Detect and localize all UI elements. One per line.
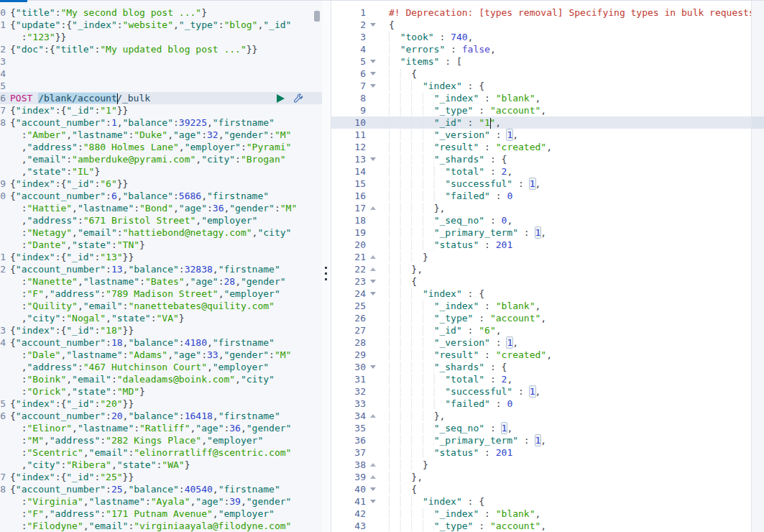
request-line: :"Nanette","lastname":"Bates","age":28,"… bbox=[0, 275, 322, 288]
code-text: POST /blank/account/_bulk bbox=[10, 92, 150, 104]
fold-end-icon[interactable] bbox=[370, 267, 376, 271]
code-text: { bbox=[389, 19, 395, 31]
response-line: 10 "_id" : "1", bbox=[331, 116, 764, 129]
response-line: 28 "_version" : 1, bbox=[331, 336, 764, 349]
line-number: 18 bbox=[331, 214, 366, 226]
request-line: :"Hattie","lastname":"Bond","age":36,"ge… bbox=[0, 202, 322, 214]
code-text: "total" : 2, bbox=[389, 373, 512, 385]
line-number: 36 bbox=[331, 434, 366, 446]
code-text: "_type" : "account", bbox=[389, 312, 546, 324]
request-line: 4 bbox=[0, 68, 322, 80]
request-line: 0{"account_number":6,"balance":5686,"fir… bbox=[0, 190, 322, 202]
line-number: 16 bbox=[331, 190, 366, 202]
code-text: {"title":"My second blog post ..."} bbox=[10, 6, 207, 19]
response-line: 4 "errors" : false, bbox=[331, 43, 764, 55]
line-number: 32 bbox=[331, 385, 366, 398]
response-line: 29 "result" : "created", bbox=[331, 349, 764, 361]
fold-open-icon[interactable] bbox=[370, 23, 376, 27]
line-number: 35 bbox=[331, 422, 366, 434]
fold-end-icon[interactable] bbox=[370, 414, 376, 418]
fold-end-icon[interactable] bbox=[370, 255, 376, 259]
request-line: ,"address":"671 Bristol Street","employe… bbox=[0, 214, 322, 226]
code-text: "_index" : "blank", bbox=[389, 508, 540, 520]
code-text: }, bbox=[389, 202, 445, 214]
request-editor[interactable]: 0{"title":"My second blog post ..."}1{"u… bbox=[0, 1, 322, 532]
request-line: 3 bbox=[0, 55, 322, 68]
code-text: {"update":{"_index":"website","_type":"b… bbox=[10, 19, 291, 31]
line-number bbox=[0, 275, 6, 288]
response-line: 41 "index" : { bbox=[331, 495, 764, 508]
line-number bbox=[0, 141, 6, 153]
response-line: 14 "total" : 2, bbox=[331, 165, 764, 178]
response-line: 35 "_seq_no" : 1, bbox=[331, 422, 764, 434]
line-number bbox=[0, 129, 6, 141]
code-text: "result" : "created", bbox=[389, 141, 552, 153]
request-line: :"Dante","state":"TN"} bbox=[0, 239, 322, 251]
code-text: }, bbox=[389, 471, 423, 483]
line-number bbox=[0, 520, 6, 532]
line-number: 31 bbox=[331, 373, 366, 385]
code-text: { bbox=[389, 483, 417, 495]
request-line: 2{"doc":{"title":"My updated blog post .… bbox=[0, 43, 322, 55]
fold-open-icon[interactable] bbox=[370, 84, 376, 88]
fold-open-icon[interactable] bbox=[370, 72, 376, 75]
request-line: :"Virginia","lastname":"Ayala","age":39,… bbox=[0, 495, 322, 508]
fold-open-icon[interactable] bbox=[370, 60, 376, 63]
line-number bbox=[0, 508, 6, 520]
line-number bbox=[0, 349, 6, 361]
line-number: 8 bbox=[0, 483, 6, 495]
run-request-button[interactable] bbox=[277, 94, 285, 103]
request-line: 1{"update":{"_index":"website","_type":"… bbox=[0, 19, 322, 31]
line-number: 9 bbox=[331, 104, 366, 116]
fold-end-icon[interactable] bbox=[370, 206, 376, 210]
code-text: :"Scentric","email":"elinorratliff@scent… bbox=[10, 446, 291, 459]
line-number bbox=[0, 31, 6, 43]
code-text: "failed" : 0 bbox=[389, 190, 512, 202]
request-options-button[interactable] bbox=[293, 93, 303, 104]
request-line: :"Netagy","email":"hattiebond@netagy.com… bbox=[0, 226, 322, 239]
fold-open-icon[interactable] bbox=[370, 500, 376, 503]
request-line: 4{"account_number":18,"balance":4180,"fi… bbox=[0, 336, 322, 349]
response-editor[interactable]: 1#! Deprecation: [types removal] Specify… bbox=[331, 1, 764, 532]
fold-open-icon[interactable] bbox=[370, 157, 376, 161]
fold-end-icon[interactable] bbox=[370, 475, 376, 479]
response-scrollbar-track[interactable] bbox=[751, 1, 764, 532]
response-line: 43 "_type" : "account", bbox=[331, 520, 764, 532]
fold-open-icon[interactable] bbox=[370, 365, 376, 369]
code-text: :"Orick","state":"MD"} bbox=[10, 385, 145, 398]
code-text: :"Amber","lastname":"Duke","age":32,"gen… bbox=[10, 129, 291, 141]
line-number: 25 bbox=[331, 300, 366, 312]
fold-open-icon[interactable] bbox=[370, 487, 376, 491]
code-text: "_id" : "1", bbox=[389, 116, 501, 129]
line-number: 30 bbox=[331, 361, 366, 373]
line-number bbox=[0, 446, 6, 459]
code-text: "_shards" : { bbox=[389, 361, 507, 373]
response-line: 30 "_shards" : { bbox=[331, 361, 764, 373]
response-line: 12 "result" : "created", bbox=[331, 141, 764, 153]
code-text: ,"address":"467 Hutchinson Court","emplo… bbox=[10, 361, 269, 373]
line-number: 8 bbox=[0, 116, 6, 129]
line-number: 40 bbox=[331, 483, 366, 495]
request-line: 3{"index":{"_id":"18"}} bbox=[0, 324, 322, 336]
divider-drag-handle[interactable] bbox=[325, 267, 328, 283]
code-text: {"index":{"_id":"25"}} bbox=[10, 471, 134, 483]
code-text: "_type" : "account", bbox=[389, 520, 546, 532]
request-line: ,"email":"amberduke@pyrami.com","city":"… bbox=[0, 153, 322, 165]
request-scrollbar-thumb[interactable] bbox=[314, 11, 320, 22]
line-number bbox=[0, 385, 6, 398]
line-number bbox=[0, 165, 6, 178]
code-text: {"account_number":18,"balance":4180,"fir… bbox=[10, 336, 275, 349]
code-text: ,"city":"Nogal","state":"VA"} bbox=[10, 312, 185, 324]
response-line: 16 "failed" : 0 bbox=[331, 190, 764, 202]
code-text: :"F","address":"789 Madison Street","emp… bbox=[10, 288, 280, 300]
fold-end-icon[interactable] bbox=[370, 463, 376, 467]
fold-open-icon[interactable] bbox=[370, 292, 376, 295]
text-caret bbox=[117, 93, 118, 104]
code-text: :"Hattie","lastname":"Bond","age":36,"ge… bbox=[10, 202, 297, 214]
request-line: 6{"account_number":20,"balance":16418,"f… bbox=[0, 410, 322, 422]
code-text: :"Boink","email":"daleadams@boink.com","… bbox=[10, 373, 275, 385]
fold-open-icon[interactable] bbox=[370, 280, 376, 283]
code-text: { bbox=[389, 68, 417, 80]
line-number: 17 bbox=[331, 202, 366, 214]
code-text: :"Quility","email":"nanettebates@quility… bbox=[10, 300, 275, 312]
